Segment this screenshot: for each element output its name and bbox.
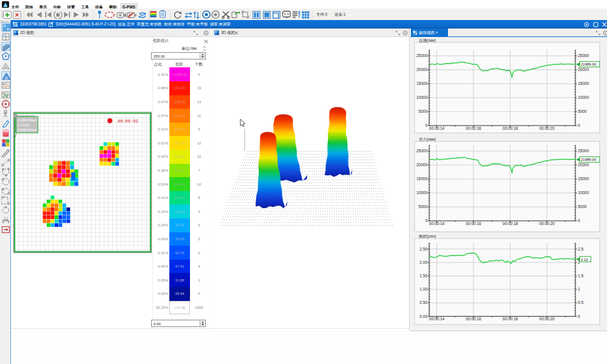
svg-text:1.5: 1.5 bbox=[578, 274, 583, 278]
svg-text:0: 0 bbox=[578, 123, 580, 127]
svg-text:AVG: AVG bbox=[2, 92, 7, 95]
svg-text:25000: 25000 bbox=[578, 53, 589, 58]
svg-text:0: 0 bbox=[578, 314, 580, 318]
svg-text:00:00:20: 00:00:20 bbox=[539, 126, 555, 130]
svg-text:2.12cm²: 2.12cm² bbox=[18, 123, 30, 126]
svg-text:5000: 5000 bbox=[419, 204, 428, 209]
svg-text:21989.00raw: 21989.00raw bbox=[18, 127, 37, 131]
svg-text:1: 1 bbox=[578, 287, 580, 291]
svg-text:0.5: 0.5 bbox=[578, 300, 583, 305]
svg-text:00:00:16: 00:00:16 bbox=[466, 221, 481, 226]
svg-text:00:00:14: 00:00:14 bbox=[429, 221, 445, 226]
svg-text:压强(raw): 压强(raw) bbox=[419, 38, 436, 43]
svg-text:0: 0 bbox=[425, 218, 427, 223]
svg-text:15000: 15000 bbox=[578, 177, 589, 181]
svg-text:21989.00raw: 21989.00raw bbox=[18, 118, 37, 121]
svg-text:15000: 15000 bbox=[416, 177, 427, 181]
svg-text:00:00:14: 00:00:14 bbox=[429, 317, 445, 321]
svg-text:0: 0 bbox=[425, 123, 427, 127]
svg-text:10000: 10000 bbox=[416, 190, 427, 195]
svg-text:21989.00: 21989.00 bbox=[581, 158, 597, 161]
svg-text:25000: 25000 bbox=[578, 149, 589, 153]
svg-text:2.5: 2.5 bbox=[578, 247, 583, 251]
svg-text:1.00: 1.00 bbox=[419, 287, 427, 291]
svg-text:10000: 10000 bbox=[578, 95, 589, 99]
svg-text:0.50: 0.50 bbox=[419, 300, 427, 305]
svg-text:00:00:16: 00:00:16 bbox=[466, 126, 481, 130]
svg-text:总力(raw): 总力(raw) bbox=[418, 137, 436, 142]
svg-text:00:00:18: 00:00:18 bbox=[503, 317, 518, 321]
svg-text:00:00:18: 00:00:18 bbox=[503, 221, 518, 226]
svg-text:20000: 20000 bbox=[578, 163, 589, 167]
svg-text:15000: 15000 bbox=[416, 81, 427, 86]
svg-text:面积(cm²): 面积(cm²) bbox=[419, 234, 436, 239]
svg-text:2.00: 2.00 bbox=[419, 260, 427, 265]
svg-text:20000: 20000 bbox=[578, 67, 589, 72]
svg-text:00:00:18: 00:00:18 bbox=[503, 126, 518, 130]
svg-text:2.12: 2.12 bbox=[581, 258, 588, 261]
svg-text:00:00:20: 00:00:20 bbox=[539, 317, 555, 321]
svg-text:00:00:16: 00:00:16 bbox=[466, 317, 481, 321]
svg-text:10000: 10000 bbox=[578, 190, 589, 195]
svg-text:NPT: NPT bbox=[140, 14, 146, 17]
svg-text:5000: 5000 bbox=[578, 109, 587, 113]
svg-text:2.50: 2.50 bbox=[419, 247, 427, 251]
svg-text:00:00:02: 00:00:02 bbox=[118, 119, 138, 124]
svg-text:0.00: 0.00 bbox=[419, 314, 427, 318]
svg-text:20000: 20000 bbox=[416, 67, 427, 72]
svg-text:0: 0 bbox=[578, 218, 580, 223]
svg-text:AVG: AVG bbox=[2, 82, 7, 85]
svg-text:5000: 5000 bbox=[578, 204, 587, 209]
svg-text:15000: 15000 bbox=[578, 81, 589, 86]
svg-text:5000: 5000 bbox=[419, 109, 428, 113]
svg-text:00:00:20: 00:00:20 bbox=[539, 221, 555, 226]
svg-text:20000: 20000 bbox=[416, 163, 427, 167]
svg-text:10000: 10000 bbox=[416, 95, 427, 99]
svg-text:21989.00: 21989.00 bbox=[581, 62, 597, 66]
svg-text:00:00:14: 00:00:14 bbox=[429, 126, 445, 130]
svg-text:25000: 25000 bbox=[416, 53, 427, 58]
svg-text:1.50: 1.50 bbox=[419, 274, 427, 278]
svg-text:25000: 25000 bbox=[416, 149, 427, 153]
